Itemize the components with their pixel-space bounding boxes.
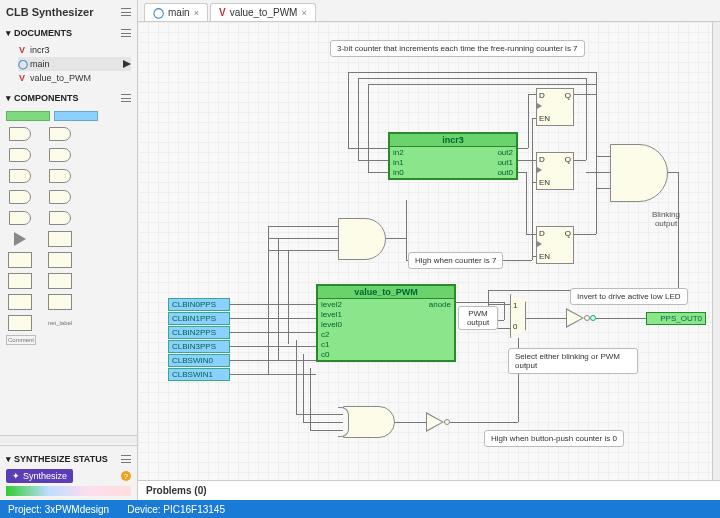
pin-in[interactable]: CLBIN0PPS (168, 298, 230, 311)
wand-icon: ✦ (12, 471, 20, 481)
palette-gate[interactable] (9, 169, 31, 183)
menu-icon[interactable] (121, 94, 131, 102)
app-title-row: CLB Synthesizer (0, 0, 137, 24)
block-value-to-pwm[interactable]: value_to_PWM level2 level1 level0 c2 c1 … (316, 284, 456, 362)
palette-block[interactable] (8, 315, 32, 331)
app-title: CLB Synthesizer (6, 6, 121, 18)
inverter[interactable] (566, 308, 584, 328)
comment[interactable]: High when button-push counter is 0 (484, 430, 624, 447)
label: Blinking output (646, 210, 686, 228)
synthesize-button[interactable]: ✦ Synthesize (6, 469, 73, 483)
sidebar: CLB Synthesizer ▾ DOCUMENTS V incr3 ◯ ma… (0, 0, 138, 500)
palette-gate[interactable] (9, 211, 31, 225)
flip-flop[interactable]: DQEN (536, 226, 574, 264)
palette-buffer[interactable] (14, 232, 26, 246)
documents-heading[interactable]: ▾ DOCUMENTS (0, 24, 137, 42)
flip-flop[interactable]: DQEN (536, 152, 574, 190)
comment[interactable]: High when counter is 7 (408, 252, 503, 269)
close-icon[interactable]: × (194, 8, 199, 18)
schematic-canvas[interactable]: CLBIN0PPS CLBIN1PPS CLBIN2PPS CLBIN3PPS … (138, 22, 720, 480)
close-icon[interactable]: × (301, 8, 306, 18)
palette-gate[interactable] (49, 148, 71, 162)
inverter[interactable] (426, 412, 444, 432)
or-gate[interactable] (343, 406, 395, 438)
palette-ff[interactable] (48, 252, 72, 268)
pin-in[interactable]: CLBIN1PPS (168, 312, 230, 325)
palette-block[interactable] (8, 294, 32, 310)
and-gate[interactable] (610, 144, 668, 202)
palette-gate[interactable] (9, 190, 31, 204)
palette-ff[interactable] (8, 252, 32, 268)
components-heading[interactable]: ▾ COMPONENTS (0, 89, 137, 107)
palette-gate[interactable] (9, 148, 31, 162)
doc-item-main[interactable]: ◯ main (18, 57, 131, 71)
help-icon[interactable]: ? (121, 471, 131, 481)
synth-panel: ▾ SYNTHESIZE STATUS ✦ Synthesize ? (0, 448, 137, 500)
status-bar: Project: 3xPWMdesign Device: PIC16F13145 (0, 500, 720, 518)
palette-gate[interactable] (49, 127, 71, 141)
menu-icon[interactable] (121, 29, 131, 37)
clock-icon (537, 167, 542, 173)
comment[interactable]: Invert to drive active low LED (570, 288, 688, 305)
clock-icon (537, 241, 542, 247)
palette-ff[interactable] (48, 273, 72, 289)
palette-ff[interactable] (8, 273, 32, 289)
status-device: Device: PIC16F13145 (127, 504, 225, 515)
pin-in[interactable]: CLBIN3PPS (168, 340, 230, 353)
pin-in[interactable]: CLBSWIN1 (168, 368, 230, 381)
menu-icon[interactable] (121, 8, 131, 16)
pin-out[interactable]: PPS_OUT0 (646, 312, 706, 325)
palette-ff[interactable] (48, 231, 72, 247)
tab-bar: ◯ main × V value_to_PWM × (138, 0, 720, 22)
and-gate[interactable] (338, 218, 386, 260)
scrollbar-v[interactable] (712, 22, 720, 480)
pin-in[interactable]: CLBSWIN0 (168, 354, 230, 367)
clock-icon (537, 103, 542, 109)
comment[interactable]: Select either blinking or PWM output (508, 348, 638, 374)
tab-main[interactable]: ◯ main × (144, 3, 208, 21)
editor-area: ◯ main × V value_to_PWM × CLBIN0PPS CLBI… (138, 0, 720, 500)
palette-block[interactable] (48, 294, 72, 310)
pin-in[interactable]: CLBIN2PPS (168, 326, 230, 339)
status-project: Project: 3xPWMdesign (8, 504, 109, 515)
documents-list: V incr3 ◯ main V value_to_PWM (0, 42, 137, 89)
doc-item-incr3[interactable]: V incr3 (18, 43, 131, 57)
comment[interactable]: 3-bit counter that increments each time … (330, 40, 585, 57)
palette-item[interactable] (54, 111, 98, 121)
palette-gate[interactable] (49, 211, 71, 225)
problems-panel[interactable]: Problems (0) (138, 480, 720, 500)
comment[interactable]: PWM output (458, 306, 498, 330)
menu-icon[interactable] (121, 455, 131, 463)
palette-item[interactable] (6, 111, 50, 121)
mux[interactable]: 10 (510, 294, 526, 338)
utilization-bar (6, 486, 131, 496)
block-incr3[interactable]: incr3 in2 in1 in0 out2 out1 out0 (388, 132, 518, 180)
tab-v2p[interactable]: V value_to_PWM × (210, 3, 316, 21)
palette-gate[interactable] (49, 169, 71, 183)
doc-item-v2p[interactable]: V value_to_PWM (18, 71, 131, 85)
palette-gate[interactable] (9, 127, 31, 141)
component-palette: net_label Comment (0, 107, 137, 435)
play-icon[interactable] (123, 60, 131, 68)
flip-flop[interactable]: DQEN (536, 88, 574, 126)
palette-gate[interactable] (49, 190, 71, 204)
scrollbar-h[interactable] (0, 435, 137, 443)
